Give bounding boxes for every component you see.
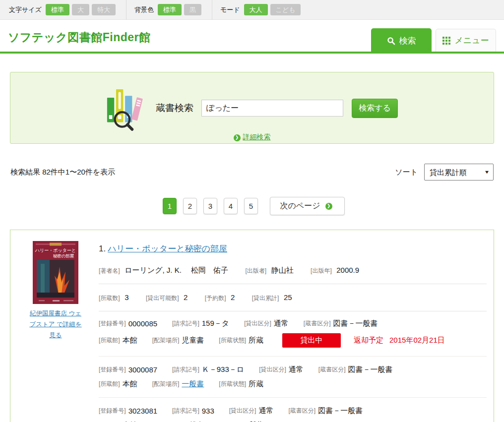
cover-title-line1: ハリー・ポッターと — [35, 248, 76, 253]
library-label: [所蔵館] — [99, 380, 120, 388]
loan-type-value: 通常 — [274, 319, 289, 328]
sort-select[interactable]: 貸出累計順 — [424, 164, 494, 181]
book-cover-image: ハリー・ポッターと 秘密の部屋 — [33, 241, 78, 304]
publisher-label: [出版者] — [246, 267, 267, 274]
header-tabs: 検索 メニュー — [371, 28, 496, 54]
call-number-value: 159－タ — [202, 319, 229, 328]
pubyear-value: 2000.9 — [336, 266, 359, 274]
divider — [99, 356, 487, 357]
advanced-search-link[interactable]: 詳細検索 — [243, 133, 271, 141]
font-size-group: 文字サイズ 標準 大 特大 — [9, 4, 118, 15]
loan-type-label: [貸出区分] — [259, 365, 286, 374]
font-size-standard-button[interactable]: 標準 — [46, 4, 69, 15]
publisher-value: 静山社 — [271, 266, 294, 274]
tab-search[interactable]: 検索 — [371, 28, 432, 54]
status-value: 所蔵 — [249, 379, 263, 389]
mode-label: モード — [220, 5, 240, 14]
reg-number-label: [登録番号] — [99, 365, 126, 374]
collection-label: [蔵書区分] — [318, 365, 346, 374]
page-button-2[interactable]: 2 — [183, 198, 197, 214]
library-value: 本館 — [123, 379, 137, 389]
shelf-label: [配架場所] — [152, 336, 180, 345]
result-title-link[interactable]: ハリー・ポッターと秘密の部屋 — [108, 244, 227, 253]
page-button-3[interactable]: 3 — [203, 198, 217, 214]
search-row: 蔵書検索 検索する — [10, 72, 494, 131]
collection-value: 図書－一般書 — [318, 406, 363, 416]
status-value: 所蔵 — [249, 336, 263, 345]
result-title-row: 1.ハリー・ポッターと秘密の部屋 — [99, 243, 487, 254]
shelf-label: [配架場所] — [152, 380, 180, 388]
call-number-label: [請求記号] — [172, 319, 199, 328]
page-button-1[interactable]: 1 — [163, 198, 177, 214]
reg-number-value: 0000085 — [128, 319, 157, 328]
call-number-label: [請求記号] — [172, 407, 199, 415]
sort-box: ソート 貸出累計順 — [395, 164, 494, 181]
loan-type-label: [貸出区分] — [244, 319, 271, 328]
sort-label: ソート — [395, 168, 418, 177]
arrow-circle-icon: ❯ — [325, 203, 332, 210]
loan-total-label: [貸出累計] — [252, 295, 279, 301]
bg-color-black-button[interactable]: 黒 — [184, 4, 201, 15]
shelf-location-link[interactable]: 一般書 — [182, 379, 204, 389]
divider — [99, 397, 487, 398]
next-page-button[interactable]: 次のページ ❯ — [270, 197, 344, 215]
on-loan-badge: 貸出中 — [282, 333, 341, 348]
author-label: [著者名] — [99, 267, 120, 274]
bg-color-standard-button[interactable]: 標準 — [158, 4, 182, 15]
mode-adult-button[interactable]: 大人 — [244, 4, 268, 15]
available-value: 2 — [184, 293, 188, 301]
collection-label: [蔵書区分] — [288, 407, 315, 415]
holdings-count-label: [所蔵数] — [99, 295, 120, 301]
font-size-label: 文字サイズ — [9, 5, 42, 14]
status-label: [所蔵状態] — [219, 336, 246, 345]
collection-label: [蔵書区分] — [304, 319, 331, 328]
shelf-value: 児童書 — [182, 336, 204, 345]
library-value: 本館 — [123, 336, 137, 345]
loan-type-value: 通常 — [289, 365, 304, 374]
result-item-panel: ハリー・ポッターと 秘密の部屋 紀伊国屋書店 ウェブストア で詳細を見る 1.ハ… — [10, 230, 494, 422]
menu-grid-icon — [442, 37, 450, 45]
copy-line-2: [所蔵館] 本館 [配架場所] 児童書 [所蔵状態] 所蔵 貸出中 返却予定20… — [99, 333, 487, 348]
reg-number-label: [登録番号] — [99, 319, 126, 328]
reserve-label: [予約数] — [205, 295, 226, 301]
copy-line-1: [登録番号] 3023081 [請求記号] 933 [貸出区分] 通常 [蔵書区… — [99, 406, 487, 416]
loan-type-label: [貸出区分] — [229, 407, 256, 415]
library-label: [所蔵館] — [99, 336, 120, 345]
mode-kids-button[interactable]: こども — [270, 4, 301, 15]
tab-search-label: 検索 — [399, 35, 416, 47]
holdings-row: [所蔵数] 3 [貸出可能数] 2 [予約数] 2 [貸出累計] 25 — [99, 292, 487, 303]
advanced-search-row: ❯詳細検索 — [10, 133, 494, 142]
status-label: [所蔵状態] — [219, 380, 246, 388]
next-page-label: 次のページ — [280, 201, 320, 211]
pagination: 1 2 3 4 5 次のページ ❯ — [0, 197, 504, 215]
copy-record: [登録番号] 3023081 [請求記号] 933 [貸出区分] 通常 [蔵書区… — [99, 406, 487, 422]
copy-line-2: [所蔵館] 本館 [配架場所] 一般書 [所蔵状態] 所蔵 — [99, 379, 487, 389]
copy-line-1: [登録番号] 0000085 [請求記号] 159－タ [貸出区分] 通常 [蔵… — [99, 319, 487, 328]
cover-column: ハリー・ポッターと 秘密の部屋 紀伊国屋書店 ウェブストア で詳細を見る — [25, 241, 86, 422]
catalog-search-label: 蔵書検索 — [156, 102, 193, 115]
collection-value: 図書－一般書 — [333, 319, 378, 328]
divider — [99, 284, 487, 284]
copy-line-1: [登録番号] 3000087 [請求記号] Ｋ－933－ロ [貸出区分] 通常 … — [99, 365, 487, 374]
catalog-search-panel: 蔵書検索 検索する ❯詳細検索 — [10, 72, 494, 144]
font-size-large-button[interactable]: 大 — [72, 4, 89, 15]
arrow-circle-icon: ❯ — [234, 134, 241, 141]
kinokuniya-store-link[interactable]: 紀伊国屋書店 ウェブストア で詳細を見る — [27, 308, 84, 341]
search-input[interactable] — [201, 100, 343, 117]
copy-record: [登録番号] 0000085 [請求記号] 159－タ [貸出区分] 通常 [蔵… — [99, 319, 487, 348]
search-submit-button[interactable]: 検索する — [352, 99, 398, 118]
books-magnifier-icon — [106, 85, 146, 131]
reg-number-value: 3023081 — [128, 407, 157, 415]
site-header: ソフテック図書館Finder館 検索 メニュー — [0, 20, 504, 52]
page-button-5[interactable]: 5 — [244, 198, 258, 214]
tab-menu[interactable]: メニュー — [436, 29, 496, 52]
holdings-count-value: 3 — [125, 293, 128, 301]
divider — [99, 311, 487, 311]
divider — [212, 0, 212, 20]
page-button-4[interactable]: 4 — [224, 198, 238, 214]
divider — [126, 0, 126, 20]
bg-color-group: 背景色 標準 黒 — [134, 4, 204, 15]
loan-total-value: 25 — [284, 293, 292, 301]
font-size-xlarge-button[interactable]: 特大 — [92, 4, 116, 15]
sort-select-wrap: 貸出累計順 — [424, 164, 494, 181]
